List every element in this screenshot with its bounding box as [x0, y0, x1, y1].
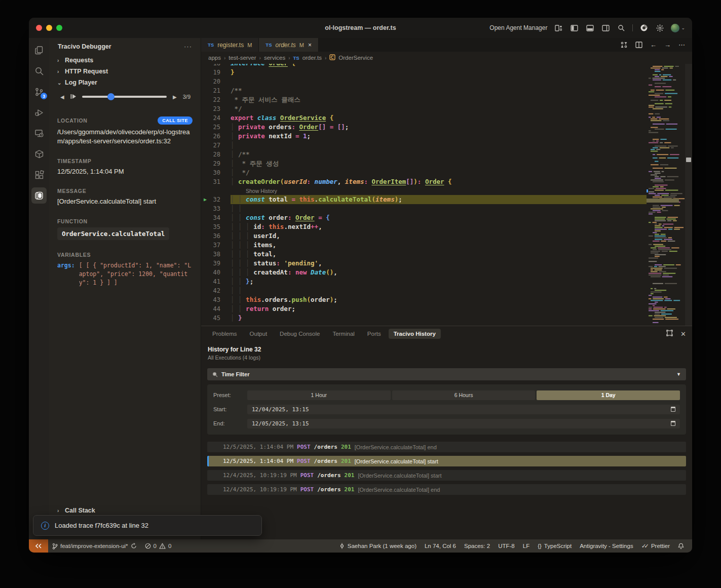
- package-icon[interactable]: [31, 146, 47, 162]
- eol-item[interactable]: LF: [519, 539, 534, 553]
- end-datetime-input[interactable]: 12/05/2025, 13:15: [247, 419, 680, 428]
- remote-explorer-icon[interactable]: [31, 125, 47, 141]
- slider-thumb[interactable]: [107, 93, 115, 100]
- panel-tab-tracivo-history[interactable]: Tracivo History: [389, 329, 441, 339]
- split-editor-icon[interactable]: [635, 42, 642, 48]
- editor-tab-bar: TS register.ts M TS order.ts M × ← → ⋯: [201, 38, 692, 52]
- indentation-item[interactable]: Spaces: 2: [460, 539, 494, 553]
- section-call-stack[interactable]: › Call Stack: [49, 505, 201, 516]
- log-entry-selected[interactable]: 12/5/2025, 1:14:04 PM POST /orders 201 […: [207, 456, 686, 466]
- panel-tab-problems[interactable]: Problems: [207, 329, 242, 339]
- line-number: 26: [201, 132, 231, 141]
- calendar-icon[interactable]: [671, 421, 675, 426]
- panel-tab-ports[interactable]: Ports: [362, 329, 386, 339]
- preset-1-hour-button[interactable]: 1 Hour: [247, 390, 391, 400]
- settings-gear-icon[interactable]: [655, 23, 664, 32]
- log-entry[interactable]: 12/5/2025, 1:14:04 PM POST /orders 201 […: [207, 442, 686, 452]
- section-requests[interactable]: › Requests: [49, 55, 201, 66]
- log-position-slider[interactable]: [82, 93, 167, 100]
- agent-layout-icon[interactable]: [554, 23, 563, 32]
- notification-toast[interactable]: i Loaded trace f7fc639c at line 32: [33, 515, 262, 536]
- problems-item[interactable]: 0 0: [141, 539, 176, 553]
- explorer-icon[interactable]: [31, 42, 47, 58]
- line-number: 34: [201, 213, 231, 222]
- editor-scrollbar[interactable]: [685, 64, 692, 326]
- location-path[interactable]: /Users/ggomma/dev/olivecode/erp/ol-logst…: [57, 128, 193, 146]
- breadcrumb-item[interactable]: OrderService: [338, 55, 373, 61]
- notifications-item[interactable]: [674, 539, 688, 553]
- open-agent-manager-button[interactable]: Open Agent Manager: [489, 24, 547, 31]
- preset-1-day-button[interactable]: 1 Day: [537, 390, 680, 400]
- log-method: POST: [300, 472, 314, 479]
- codelens-label[interactable]: Show History: [201, 186, 277, 195]
- language-mode-item[interactable]: {} TypeScript: [534, 539, 576, 553]
- browser-icon[interactable]: [639, 23, 649, 32]
- play-button[interactable]: [70, 94, 76, 100]
- panel-tab-debug-console[interactable]: Debug Console: [275, 329, 325, 339]
- log-time: 12/4/2025, 10:19:19 PM: [223, 486, 297, 493]
- start-datetime-input[interactable]: 12/04/2025, 13:15: [247, 405, 680, 414]
- settings-item[interactable]: Antigravity - Settings: [576, 539, 637, 553]
- close-window-button[interactable]: [36, 25, 42, 31]
- breadcrumb-item[interactable]: apps: [208, 55, 221, 61]
- breadcrumb-item[interactable]: test-server: [229, 55, 256, 61]
- code-text: │ │ this.orders.push(order);: [231, 295, 647, 304]
- time-filter-header[interactable]: Time Filter ▼: [207, 368, 686, 380]
- open-changes-icon[interactable]: [620, 41, 628, 49]
- log-entry[interactable]: 12/4/2025, 10:19:19 PM POST /orders 201 …: [207, 484, 686, 495]
- search-sidebar-icon[interactable]: [31, 63, 47, 79]
- blame-item[interactable]: Saehan Park (1 week ago): [335, 539, 421, 553]
- toggle-sidebar-icon[interactable]: [570, 23, 579, 32]
- section-http-request[interactable]: › HTTP Request: [49, 66, 201, 77]
- toggle-secondary-sidebar-icon[interactable]: [601, 23, 610, 32]
- line-number: 41: [201, 277, 231, 286]
- extensions-icon[interactable]: [31, 167, 47, 183]
- navigate-forward-icon[interactable]: →: [664, 41, 671, 49]
- tab-order-ts[interactable]: TS order.ts M ×: [259, 38, 319, 52]
- toggle-panel-icon[interactable]: [585, 23, 594, 32]
- code-text: │ │ │ status: 'pending',: [231, 259, 647, 268]
- minimap[interactable]: [647, 64, 685, 326]
- more-actions-icon[interactable]: ⋯: [678, 41, 685, 49]
- code-line-27: 27│: [201, 141, 647, 150]
- formatter-item[interactable]: ✓✓ Prettier: [637, 539, 674, 553]
- encoding-item[interactable]: UTF-8: [494, 539, 519, 553]
- preset-6-hours-button[interactable]: 6 Hours: [392, 390, 536, 400]
- step-back-button[interactable]: ◀: [60, 94, 64, 100]
- chevron-right-icon: ›: [57, 508, 61, 514]
- minimize-window-button[interactable]: [46, 25, 52, 31]
- panel-tab-terminal[interactable]: Terminal: [327, 329, 359, 339]
- step-forward-button[interactable]: ▶: [173, 94, 177, 100]
- log-message: [OrderService.calculateTotal] end: [355, 444, 437, 450]
- tracivo-extension-icon[interactable]: [31, 187, 47, 204]
- breadcrumb-item[interactable]: services: [264, 55, 285, 61]
- sidebar-more-actions-icon[interactable]: ···: [184, 43, 192, 50]
- code-line-24: 24export class OrderService {: [201, 113, 647, 123]
- breadcrumb-item[interactable]: order.ts: [302, 55, 322, 61]
- run-debug-icon[interactable]: [31, 104, 47, 121]
- remote-indicator[interactable]: [29, 539, 48, 553]
- line-number: 39: [201, 259, 231, 268]
- source-control-icon[interactable]: 3: [31, 84, 47, 100]
- log-status: 201: [345, 472, 355, 479]
- account-menu[interactable]: ⌄: [671, 24, 685, 32]
- codelens-show-history[interactable]: Show History: [201, 186, 647, 195]
- maximize-panel-icon[interactable]: [666, 329, 673, 338]
- section-log-player[interactable]: ⌄ Log Player: [49, 77, 201, 88]
- scrollbar-thumb[interactable]: [686, 158, 691, 162]
- tab-register-ts[interactable]: TS register.ts M: [201, 38, 259, 52]
- calendar-icon[interactable]: [671, 407, 675, 412]
- close-tab-icon[interactable]: ×: [308, 42, 312, 49]
- log-entry[interactable]: 12/4/2025, 10:19:19 PM POST /orders 201 …: [207, 470, 686, 481]
- code-editor[interactable]: 18interface Order {19}2021/**22 * 주문 서비스…: [201, 64, 692, 326]
- variables-section: VARIABLES args: [ [ { "productId": 1, "n…: [49, 252, 201, 288]
- zoom-window-button[interactable]: [56, 25, 62, 31]
- status-bar: feat/improve-extension-ui* 0 0 Saehan Pa…: [29, 539, 692, 553]
- start-label: Start:: [213, 406, 241, 412]
- git-branch-item[interactable]: feat/improve-extension-ui*: [48, 539, 141, 553]
- close-panel-icon[interactable]: ✕: [680, 330, 686, 338]
- search-icon[interactable]: [617, 23, 626, 32]
- panel-tab-output[interactable]: Output: [245, 329, 273, 339]
- cursor-position-item[interactable]: Ln 74, Col 6: [421, 539, 460, 553]
- navigate-back-icon[interactable]: ←: [650, 41, 657, 49]
